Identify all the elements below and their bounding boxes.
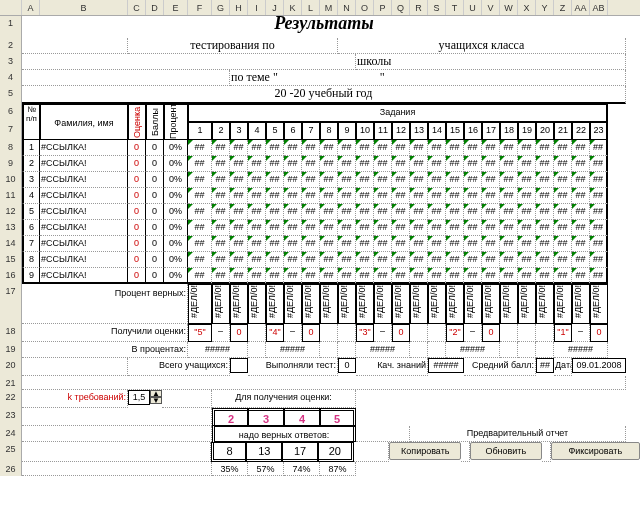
task-cell[interactable]: ## <box>554 204 572 220</box>
task-cell[interactable]: ## <box>188 188 212 204</box>
task-cell[interactable]: ## <box>212 140 230 156</box>
task-cell[interactable]: ## <box>338 156 356 172</box>
task-cell[interactable]: ## <box>338 188 356 204</box>
task-cell[interactable]: ## <box>536 188 554 204</box>
task-cell[interactable]: ## <box>410 156 428 172</box>
col-header[interactable]: R <box>410 0 428 15</box>
task-cell[interactable]: ## <box>536 220 554 236</box>
task-cell[interactable]: ## <box>554 140 572 156</box>
pct-cell[interactable]: 0% <box>164 268 188 284</box>
pts-cell[interactable]: 0 <box>146 140 164 156</box>
task-cell[interactable]: ## <box>518 156 536 172</box>
task-cell[interactable]: ## <box>572 156 590 172</box>
task-cell[interactable]: ## <box>482 204 500 220</box>
row-header[interactable]: 18 <box>0 324 22 342</box>
col-header[interactable]: M <box>320 0 338 15</box>
col-header[interactable]: L <box>302 0 320 15</box>
task-cell[interactable]: ## <box>500 172 518 188</box>
task-cell[interactable]: ## <box>392 252 410 268</box>
task-cell[interactable]: ## <box>284 268 302 284</box>
task-cell[interactable]: ## <box>302 204 320 220</box>
total-input[interactable] <box>230 358 248 373</box>
task-cell[interactable]: ## <box>356 156 374 172</box>
task-cell[interactable]: ## <box>302 140 320 156</box>
task-cell[interactable]: ## <box>446 268 464 284</box>
task-cell[interactable]: ## <box>428 268 446 284</box>
task-cell[interactable]: ## <box>482 172 500 188</box>
task-cell[interactable]: ## <box>464 220 482 236</box>
pts-cell[interactable]: 0 <box>146 236 164 252</box>
task-cell[interactable]: ## <box>266 220 284 236</box>
task-cell[interactable]: ## <box>356 268 374 284</box>
task-cell[interactable]: ## <box>536 252 554 268</box>
task-cell[interactable]: ## <box>230 156 248 172</box>
task-cell[interactable]: ## <box>536 236 554 252</box>
task-cell[interactable]: ## <box>518 268 536 284</box>
task-cell[interactable]: ## <box>338 204 356 220</box>
task-cell[interactable]: ## <box>590 188 608 204</box>
task-cell[interactable]: ## <box>188 268 212 284</box>
task-cell[interactable]: ## <box>464 236 482 252</box>
task-cell[interactable]: ## <box>464 268 482 284</box>
task-cell[interactable]: ## <box>446 236 464 252</box>
task-cell[interactable]: ## <box>266 140 284 156</box>
task-cell[interactable]: ## <box>374 156 392 172</box>
pts-cell[interactable]: 0 <box>146 268 164 284</box>
task-cell[interactable]: ## <box>230 268 248 284</box>
task-cell[interactable]: ## <box>572 236 590 252</box>
row-header[interactable]: 8 <box>0 140 22 156</box>
task-cell[interactable]: ## <box>518 188 536 204</box>
task-cell[interactable]: ## <box>320 140 338 156</box>
task-cell[interactable]: ## <box>482 156 500 172</box>
task-cell[interactable]: ## <box>590 220 608 236</box>
task-cell[interactable]: ## <box>446 220 464 236</box>
col-header[interactable]: F <box>188 0 212 15</box>
task-cell[interactable]: ## <box>536 140 554 156</box>
task-cell[interactable]: ## <box>188 140 212 156</box>
row-header[interactable]: 25 <box>0 442 22 462</box>
task-cell[interactable]: ## <box>482 188 500 204</box>
fio-cell[interactable]: #ССЫЛКА! <box>40 252 128 268</box>
task-cell[interactable]: ## <box>482 236 500 252</box>
task-cell[interactable]: ## <box>572 220 590 236</box>
task-cell[interactable]: ## <box>410 204 428 220</box>
task-cell[interactable]: ## <box>410 220 428 236</box>
row-header[interactable]: 21 <box>0 376 22 390</box>
score-cell[interactable]: 0 <box>128 236 146 252</box>
col-header[interactable]: E <box>164 0 188 15</box>
task-cell[interactable]: ## <box>338 236 356 252</box>
task-cell[interactable]: ## <box>500 236 518 252</box>
row-header[interactable]: 16 <box>0 268 22 284</box>
task-cell[interactable]: ## <box>446 140 464 156</box>
row-header[interactable]: 26 <box>0 462 22 476</box>
task-cell[interactable]: ## <box>374 252 392 268</box>
task-cell[interactable]: ## <box>320 172 338 188</box>
task-cell[interactable]: ## <box>356 236 374 252</box>
task-cell[interactable]: ## <box>464 156 482 172</box>
task-cell[interactable]: ## <box>266 204 284 220</box>
task-cell[interactable]: ## <box>230 220 248 236</box>
row-header[interactable]: 10 <box>0 172 22 188</box>
task-cell[interactable]: ## <box>554 156 572 172</box>
task-cell[interactable]: ## <box>572 140 590 156</box>
task-cell[interactable]: ## <box>500 204 518 220</box>
task-cell[interactable]: ## <box>392 156 410 172</box>
task-cell[interactable]: ## <box>428 188 446 204</box>
task-cell[interactable]: ## <box>302 220 320 236</box>
didtest-val[interactable]: 0 <box>338 358 356 373</box>
fio-cell[interactable]: #ССЫЛКА! <box>40 204 128 220</box>
task-cell[interactable]: ## <box>554 268 572 284</box>
pct-cell[interactable]: 0% <box>164 220 188 236</box>
task-cell[interactable]: ## <box>284 220 302 236</box>
task-cell[interactable]: ## <box>284 252 302 268</box>
task-cell[interactable]: ## <box>554 172 572 188</box>
task-cell[interactable]: ## <box>464 204 482 220</box>
task-cell[interactable]: ## <box>500 220 518 236</box>
pts-cell[interactable]: 0 <box>146 204 164 220</box>
k-spinner[interactable]: ▲▼ <box>150 390 162 408</box>
col-header[interactable]: W <box>500 0 518 15</box>
task-cell[interactable]: ## <box>500 252 518 268</box>
task-cell[interactable]: ## <box>482 140 500 156</box>
task-cell[interactable]: ## <box>590 252 608 268</box>
fio-cell[interactable]: #ССЫЛКА! <box>40 140 128 156</box>
